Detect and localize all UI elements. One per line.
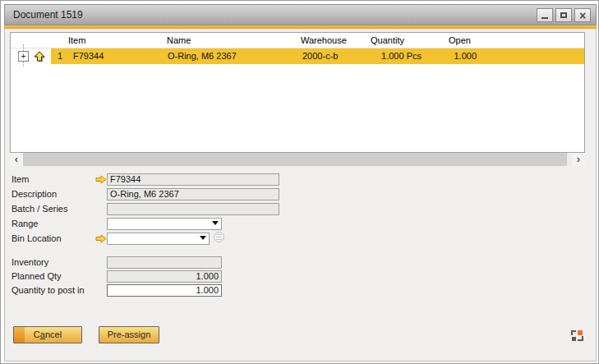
- bin-location-dropdown-arrow-icon[interactable]: [200, 236, 206, 240]
- tree-line: [23, 44, 24, 51]
- window-title: Document 1519: [13, 5, 83, 25]
- table-header: Item Name Warehouse Quantity Open: [11, 33, 584, 48]
- pre-assign-button[interactable]: Pre-assign: [99, 326, 159, 343]
- col-header-item[interactable]: Item: [68, 33, 85, 48]
- description-field[interactable]: O-Ring, M6 2367: [107, 188, 279, 200]
- table-row[interactable]: 1 F79344 O-Ring, M6 2367 2000-c-b 1.000 …: [51, 48, 584, 64]
- cancel-button-label: Cancel: [34, 329, 62, 339]
- planned-qty-label: Planned Qty: [12, 270, 62, 283]
- inventory-label: Inventory: [12, 256, 48, 269]
- batch-series-label: Batch / Series: [12, 203, 67, 215]
- planned-qty-field[interactable]: 1.000: [107, 270, 222, 283]
- minimize-button[interactable]: [537, 8, 553, 22]
- plus-icon: +: [21, 52, 26, 61]
- maximize-icon: [560, 12, 567, 18]
- col-header-name[interactable]: Name: [167, 33, 191, 48]
- pre-assign-arrow-icon[interactable]: [31, 49, 48, 63]
- scroll-right-button[interactable]: ›: [572, 153, 585, 166]
- description-label: Description: [12, 188, 57, 200]
- item-label: Item: [12, 173, 29, 186]
- content-area: Item Name Warehouse Quantity Open + 1 F7…: [4, 29, 597, 362]
- maximize-button[interactable]: [555, 8, 572, 22]
- pre-assign-button-label: Pre-assign: [108, 329, 151, 339]
- col-header-quantity[interactable]: Quantity: [371, 33, 404, 48]
- close-button[interactable]: ×: [574, 8, 591, 22]
- document-window: Document 1519 × Item Name Warehouse Quan…: [0, 0, 599, 364]
- scroll-left-button[interactable]: ‹: [10, 153, 23, 166]
- range-label: Range: [12, 218, 38, 230]
- range-dropdown[interactable]: [107, 218, 222, 230]
- item-link-arrow-icon[interactable]: [95, 175, 107, 184]
- bin-location-link-arrow-icon[interactable]: [95, 234, 107, 243]
- scroll-right-icon: ›: [577, 153, 580, 165]
- col-header-open[interactable]: Open: [449, 33, 471, 48]
- titlebar[interactable]: Document 1519 ×: [4, 4, 597, 25]
- row-number: 1: [58, 48, 62, 64]
- bin-location-dropdown[interactable]: [107, 233, 210, 245]
- col-header-warehouse[interactable]: Warehouse: [301, 33, 347, 48]
- expand-form-icon[interactable]: [570, 329, 584, 343]
- close-icon: ×: [579, 10, 586, 21]
- cell-warehouse[interactable]: 2000-c-b: [302, 48, 338, 64]
- window-controls: ×: [537, 8, 591, 22]
- qty-to-post-label: Quantity to post in: [12, 284, 85, 297]
- minimize-icon: [541, 17, 548, 19]
- cell-open[interactable]: 1.000: [419, 48, 477, 64]
- qty-to-post-field[interactable]: 1.000: [107, 284, 222, 297]
- cell-item[interactable]: F79344: [73, 48, 104, 64]
- batch-series-field[interactable]: [107, 203, 279, 215]
- item-field[interactable]: F79344: [107, 173, 279, 186]
- cancel-button[interactable]: Cancel: [13, 326, 82, 343]
- inventory-field[interactable]: [107, 256, 222, 269]
- horizontal-scrollbar[interactable]: ‹ ›: [10, 153, 585, 166]
- scrollbar-thumb[interactable]: [23, 153, 567, 166]
- bin-selection-list-icon[interactable]: [214, 232, 224, 242]
- bin-location-label: Bin Location: [12, 233, 62, 245]
- scroll-left-icon: ‹: [15, 153, 18, 165]
- items-table: Item Name Warehouse Quantity Open + 1 F7…: [10, 32, 585, 153]
- tree-line: [23, 62, 24, 67]
- cell-quantity[interactable]: 1.000 Pcs: [343, 48, 422, 64]
- cell-name[interactable]: O-Ring, M6 2367: [168, 48, 237, 64]
- range-dropdown-arrow-icon[interactable]: [212, 221, 219, 225]
- cancel-button-focus-strip: [14, 327, 25, 343]
- row-expand-toggle[interactable]: +: [18, 51, 29, 62]
